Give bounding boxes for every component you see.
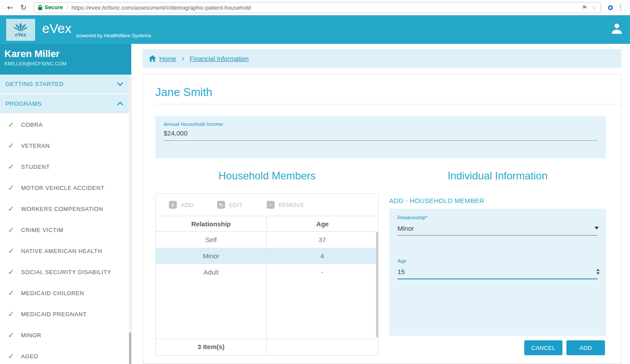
content-card: Jane Smith Annual Household Income $24,0… [143,74,622,364]
table-row[interactable]: Self37 [156,232,378,248]
check-icon: ✓ [8,331,21,339]
age-label: Age [397,258,406,264]
sidebar-item-workers-compensation[interactable]: ✓WORKERS COMPENSATION [0,198,131,219]
add-submit-button[interactable]: ADD [566,340,605,355]
browser-menu-icon[interactable]: ⋮ [617,4,624,11]
secure-label[interactable]: Secure [45,4,63,11]
table-toolbar: + ADD ✎ EDIT − REMOVE [156,194,378,216]
check-icon: ✓ [8,183,21,192]
extension-icon[interactable] [608,5,613,10]
back-icon[interactable]: ← [7,4,13,11]
edit-member-button[interactable]: ✎ EDIT [217,201,243,209]
table-row[interactable]: Adult- [156,264,378,280]
sidebar-item-label: MOTOR VEHICLE ACCIDENT [21,185,104,191]
table-row[interactable]: Minor4 [156,248,378,264]
column-header-age: Age [266,216,378,231]
refresh-icon[interactable]: ↻ [20,4,26,11]
cancel-button[interactable]: CANCEL [524,340,562,355]
check-icon: ✓ [8,120,21,129]
breadcrumb-separator-icon: › [182,54,184,63]
sidebar-item-medicaid-children[interactable]: ✓MEDICAID CHILDREN [0,282,131,303]
number-spinner-icon[interactable] [596,269,600,275]
table-header-row: Relationship Age [156,216,378,232]
check-icon: ✓ [8,162,21,171]
chevron-down-icon [117,82,123,86]
relationship-label: Relationship* [397,215,427,220]
bookmark-star-icon[interactable]: ☆ [591,4,597,11]
browser-toolbar: ← ↻ Secure | https://evex.hcfsinc.com/as… [0,0,630,15]
sidebar-item-social-security-disability[interactable]: ✓SOCIAL SECURITY DISABILITY [0,261,131,282]
flag-icon[interactable]: ⚑ [582,4,587,11]
brand-name: eVex [42,21,72,36]
sidebar-item-minor[interactable]: ✓MINOR [0,325,131,346]
remove-icon: − [267,201,275,209]
account-icon[interactable] [610,21,624,37]
household-members-title: Household Members [155,170,379,182]
income-panel: Annual Household Income $24,000 [155,116,606,158]
sidebar-item-veteran[interactable]: ✓VETERAN [0,135,131,156]
check-icon: ✓ [8,352,21,360]
add-button-label: ADD [181,202,193,208]
table-cell: Minor [156,248,266,264]
url-text[interactable]: https://evex.hcfsinc.com/assessment/#/de… [72,4,577,11]
age-underline [397,278,598,279]
sidebar-item-crime-victim[interactable]: ✓CRIME VICTIM [0,219,131,240]
footer-empty-cell [266,339,378,354]
spinner-down-icon[interactable] [596,272,600,275]
logo-text: eVex [15,31,26,38]
table-cell: Self [156,232,266,248]
sidebar-item-label: CRIME VICTIM [21,227,64,233]
home-icon[interactable] [149,55,156,62]
breadcrumb-home-link[interactable]: Home [159,55,176,62]
sidebar-item-motor-vehicle-accident[interactable]: ✓MOTOR VEHICLE ACCIDENT [0,177,131,198]
sidebar-item-native-american-health[interactable]: ✓NATIVE AMERICAN HEALTH [0,240,131,261]
sidebar-section-getting-started[interactable]: GETTING STARTED [0,75,131,94]
sidebar-item-aged[interactable]: ✓AGED [0,346,131,364]
sidebar-item-student[interactable]: ✓STUDENT [0,156,131,177]
table-cell: - [266,264,378,280]
breadcrumb-current-link[interactable]: Financial Information [190,55,249,62]
sidebar-programs-list: ✓COBRA✓VETERAN✓STUDENT✓MOTOR VEHICLE ACC… [0,114,131,364]
item-count: 3 Item(s) [156,339,266,354]
spinner-up-icon[interactable] [596,269,600,271]
sidebar-section-programs[interactable]: PROGRAMS [0,94,131,114]
income-underline [164,140,598,141]
evex-logo[interactable]: eVex [6,19,35,41]
main-content: Home › Financial Information Jane Smith … [132,44,630,364]
remove-member-button[interactable]: − REMOVE [267,201,304,209]
chevron-up-icon [117,102,123,106]
check-icon: ✓ [8,225,21,234]
address-bar[interactable]: Secure | https://evex.hcfsinc.com/assess… [34,2,601,13]
table-scrollbar-thumb[interactable] [376,232,378,337]
sidebar-item-label: SOCIAL SECURITY DISABILITY [21,269,111,275]
relationship-value: Minor [397,225,414,232]
user-email: KMILLER@HCFSINC.COM [4,61,125,66]
column-header-relationship: Relationship [156,216,266,231]
sidebar-scrollbar[interactable] [129,75,131,364]
household-table: + ADD ✎ EDIT − REMOVE Relationship Age S… [155,193,379,356]
sidebar: Karen Miller KMILLER@HCFSINC.COM GETTING… [0,44,132,364]
age-value: 15 [397,268,405,275]
sidebar-item-medicaid-pregnant[interactable]: ✓MEDICAID PREGNANT [0,303,131,325]
household-table-body: Self37Minor4Adult- [156,232,378,339]
dropdown-caret-icon [594,227,599,229]
check-icon: ✓ [8,289,21,297]
patient-name: Jane Smith [155,86,212,99]
relationship-select[interactable]: Minor [397,223,599,233]
income-value-field[interactable]: $24,000 [164,129,187,137]
table-footer-row: 3 Item(s) [156,339,378,354]
remove-button-label: REMOVE [279,202,304,208]
sidebar-item-label: AGED [21,353,38,360]
member-form-panel: Relationship* Minor Age 15 [389,209,606,336]
check-icon: ✓ [8,141,21,150]
sidebar-scrollbar-thumb[interactable] [129,332,131,364]
add-member-button[interactable]: + ADD [169,201,193,209]
powered-by-text: powered by HealthWare Systems [76,33,151,38]
sidebar-item-label: STUDENT [21,164,50,170]
sidebar-item-label: NATIVE AMERICAN HEALTH [21,248,102,254]
age-input[interactable]: 15 [397,267,600,276]
address-divider: | [66,4,68,11]
lock-icon[interactable] [38,5,43,11]
sidebar-item-cobra[interactable]: ✓COBRA [0,114,131,135]
check-icon: ✓ [8,204,21,213]
